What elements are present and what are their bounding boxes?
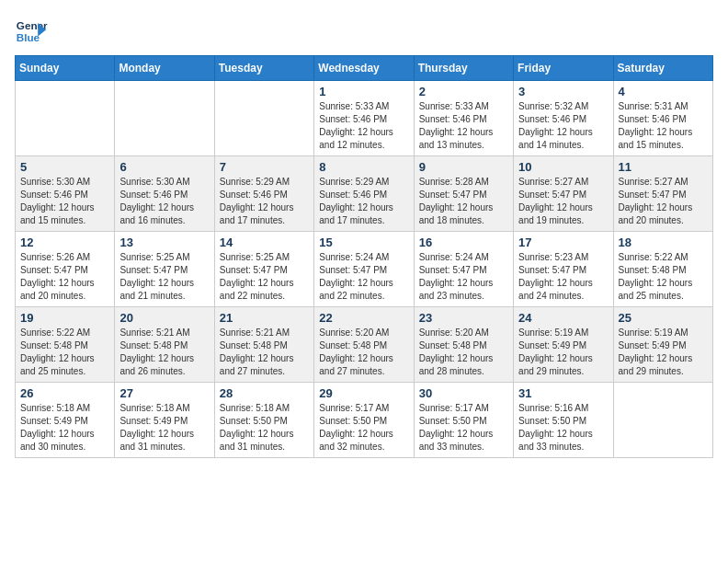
day-number: 1 [319,85,408,98]
day-number: 17 [518,236,608,249]
day-number: 12 [20,236,109,249]
week-row-2: 5Sunrise: 5:30 AM Sunset: 5:46 PM Daylig… [16,156,713,232]
week-row-3: 12Sunrise: 5:26 AM Sunset: 5:47 PM Dayli… [16,232,713,307]
day-number: 24 [518,311,608,325]
day-info: Sunrise: 5:20 AM Sunset: 5:48 PM Dayligh… [419,327,508,378]
day-cell: 27Sunrise: 5:18 AM Sunset: 5:49 PM Dayli… [115,383,214,458]
day-cell: 9Sunrise: 5:28 AM Sunset: 5:47 PM Daylig… [414,156,513,232]
svg-text:Blue: Blue [17,31,40,43]
day-number: 19 [20,311,109,325]
day-header-saturday: Saturday [613,56,712,81]
day-info: Sunrise: 5:17 AM Sunset: 5:50 PM Dayligh… [319,402,408,454]
day-info: Sunrise: 5:27 AM Sunset: 5:47 PM Dayligh… [619,176,708,227]
day-info: Sunrise: 5:19 AM Sunset: 5:49 PM Dayligh… [619,327,708,378]
week-row-1: 1Sunrise: 5:33 AM Sunset: 5:46 PM Daylig… [16,81,713,156]
day-info: Sunrise: 5:17 AM Sunset: 5:50 PM Dayligh… [419,402,508,454]
day-cell: 21Sunrise: 5:21 AM Sunset: 5:48 PM Dayli… [214,307,313,383]
day-info: Sunrise: 5:18 AM Sunset: 5:49 PM Dayligh… [20,402,109,454]
day-info: Sunrise: 5:16 AM Sunset: 5:50 PM Dayligh… [518,402,608,454]
day-number: 21 [220,311,309,325]
day-cell: 23Sunrise: 5:20 AM Sunset: 5:48 PM Dayli… [414,307,513,383]
day-info: Sunrise: 5:24 AM Sunset: 5:47 PM Dayligh… [419,251,508,303]
day-number: 7 [220,160,309,174]
week-row-5: 26Sunrise: 5:18 AM Sunset: 5:49 PM Dayli… [16,383,713,458]
day-cell: 30Sunrise: 5:17 AM Sunset: 5:50 PM Dayli… [414,383,513,458]
day-info: Sunrise: 5:22 AM Sunset: 5:48 PM Dayligh… [619,251,708,303]
day-info: Sunrise: 5:22 AM Sunset: 5:48 PM Dayligh… [20,327,109,378]
day-cell: 18Sunrise: 5:22 AM Sunset: 5:48 PM Dayli… [613,232,712,307]
day-number: 13 [119,236,209,249]
calendar-table: SundayMondayTuesdayWednesdayThursdayFrid… [15,55,713,458]
day-cell: 5Sunrise: 5:30 AM Sunset: 5:46 PM Daylig… [16,156,115,232]
day-number: 31 [518,386,608,400]
day-number: 15 [319,236,408,249]
day-number: 6 [119,160,209,174]
day-cell: 8Sunrise: 5:29 AM Sunset: 5:46 PM Daylig… [314,156,414,232]
day-cell: 31Sunrise: 5:16 AM Sunset: 5:50 PM Dayli… [514,383,613,458]
header-row: SundayMondayTuesdayWednesdayThursdayFrid… [16,56,713,81]
day-number: 18 [619,236,708,249]
day-number: 20 [119,311,209,325]
day-cell: 6Sunrise: 5:30 AM Sunset: 5:46 PM Daylig… [115,156,214,232]
day-cell: 11Sunrise: 5:27 AM Sunset: 5:47 PM Dayli… [613,156,712,232]
day-number: 27 [119,386,209,400]
day-number: 22 [319,311,408,325]
day-info: Sunrise: 5:19 AM Sunset: 5:49 PM Dayligh… [518,327,608,378]
day-info: Sunrise: 5:25 AM Sunset: 5:47 PM Dayligh… [119,251,209,303]
day-info: Sunrise: 5:18 AM Sunset: 5:50 PM Dayligh… [220,402,309,454]
day-info: Sunrise: 5:31 AM Sunset: 5:46 PM Dayligh… [619,100,708,152]
day-cell: 26Sunrise: 5:18 AM Sunset: 5:49 PM Dayli… [16,383,115,458]
day-cell: 15Sunrise: 5:24 AM Sunset: 5:47 PM Dayli… [314,232,414,307]
day-cell: 14Sunrise: 5:25 AM Sunset: 5:47 PM Dayli… [214,232,313,307]
day-cell: 16Sunrise: 5:24 AM Sunset: 5:47 PM Dayli… [414,232,513,307]
day-cell: 22Sunrise: 5:20 AM Sunset: 5:48 PM Dayli… [314,307,414,383]
day-info: Sunrise: 5:30 AM Sunset: 5:46 PM Dayligh… [119,176,209,227]
day-cell: 10Sunrise: 5:27 AM Sunset: 5:47 PM Dayli… [514,156,613,232]
day-cell [613,383,712,458]
day-info: Sunrise: 5:29 AM Sunset: 5:46 PM Dayligh… [319,176,408,227]
day-header-thursday: Thursday [414,56,513,81]
day-cell: 13Sunrise: 5:25 AM Sunset: 5:47 PM Dayli… [115,232,214,307]
day-info: Sunrise: 5:21 AM Sunset: 5:48 PM Dayligh… [119,327,209,378]
day-cell [115,81,214,156]
day-cell: 3Sunrise: 5:32 AM Sunset: 5:46 PM Daylig… [514,81,613,156]
day-cell: 7Sunrise: 5:29 AM Sunset: 5:46 PM Daylig… [214,156,313,232]
day-number: 2 [419,85,508,98]
logo: General Blue [15,15,48,48]
day-cell: 1Sunrise: 5:33 AM Sunset: 5:46 PM Daylig… [314,81,414,156]
day-info: Sunrise: 5:33 AM Sunset: 5:46 PM Dayligh… [319,100,408,152]
day-cell [16,81,115,156]
day-number: 26 [20,386,109,400]
day-info: Sunrise: 5:33 AM Sunset: 5:46 PM Dayligh… [419,100,508,152]
day-cell: 2Sunrise: 5:33 AM Sunset: 5:46 PM Daylig… [414,81,513,156]
day-info: Sunrise: 5:30 AM Sunset: 5:46 PM Dayligh… [20,176,109,227]
day-info: Sunrise: 5:21 AM Sunset: 5:48 PM Dayligh… [220,327,309,378]
day-info: Sunrise: 5:25 AM Sunset: 5:47 PM Dayligh… [220,251,309,303]
day-info: Sunrise: 5:18 AM Sunset: 5:49 PM Dayligh… [119,402,209,454]
day-number: 4 [619,85,708,98]
day-number: 14 [220,236,309,249]
logo-icon: General Blue [15,15,48,48]
day-number: 23 [419,311,508,325]
day-info: Sunrise: 5:24 AM Sunset: 5:47 PM Dayligh… [319,251,408,303]
day-number: 11 [619,160,708,174]
day-info: Sunrise: 5:28 AM Sunset: 5:47 PM Dayligh… [419,176,508,227]
day-info: Sunrise: 5:20 AM Sunset: 5:48 PM Dayligh… [319,327,408,378]
day-number: 28 [220,386,309,400]
day-header-monday: Monday [115,56,214,81]
day-info: Sunrise: 5:26 AM Sunset: 5:47 PM Dayligh… [20,251,109,303]
day-header-wednesday: Wednesday [314,56,414,81]
day-number: 25 [619,311,708,325]
day-info: Sunrise: 5:29 AM Sunset: 5:46 PM Dayligh… [220,176,309,227]
day-number: 9 [419,160,508,174]
day-cell: 25Sunrise: 5:19 AM Sunset: 5:49 PM Dayli… [613,307,712,383]
day-header-tuesday: Tuesday [214,56,313,81]
day-cell: 20Sunrise: 5:21 AM Sunset: 5:48 PM Dayli… [115,307,214,383]
day-info: Sunrise: 5:27 AM Sunset: 5:47 PM Dayligh… [518,176,608,227]
day-number: 30 [419,386,508,400]
day-cell: 4Sunrise: 5:31 AM Sunset: 5:46 PM Daylig… [613,81,712,156]
day-header-friday: Friday [514,56,613,81]
day-header-sunday: Sunday [16,56,115,81]
day-number: 3 [518,85,608,98]
day-info: Sunrise: 5:23 AM Sunset: 5:47 PM Dayligh… [518,251,608,303]
